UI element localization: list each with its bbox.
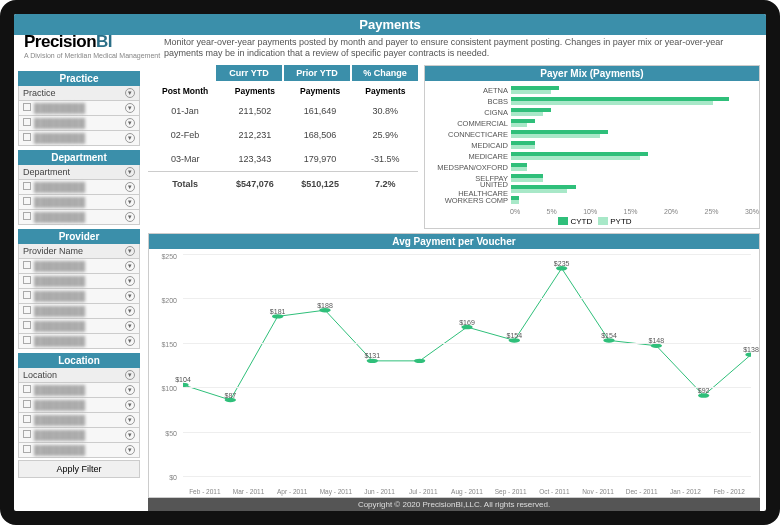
col-group: Curr YTD [216, 65, 282, 81]
filter-item[interactable]: ████████▾ [18, 443, 140, 458]
payer-row: MEDICARE [429, 151, 753, 162]
checkbox-icon[interactable] [23, 197, 31, 205]
chevron-down-icon: ▾ [125, 430, 135, 440]
checkbox-icon[interactable] [23, 182, 31, 190]
chevron-down-icon: ▾ [125, 385, 135, 395]
data-label: $87 [224, 391, 236, 398]
chevron-down-icon: ▾ [125, 306, 135, 316]
checkbox-icon[interactable] [23, 212, 31, 220]
payer-row: COMMERCIAL [429, 118, 753, 129]
data-label: $169 [459, 318, 475, 325]
chevron-down-icon: ▾ [125, 415, 135, 425]
column-header: Post Month [148, 83, 222, 99]
payer-row: CIGNA [429, 107, 753, 118]
filter-section-provider: Provider [18, 229, 140, 244]
filter-item[interactable]: ████████▾ [18, 101, 140, 116]
filter-expand-location[interactable]: Location▾ [18, 368, 140, 383]
col-group: Prior YTD [284, 65, 350, 81]
payer-row: UNITED HEALTHCARE [429, 184, 753, 195]
chevron-down-icon: ▾ [125, 321, 135, 331]
filter-item[interactable]: ████████▾ [18, 116, 140, 131]
payer-row: BCBS [429, 96, 753, 107]
avg-payment-chart: Avg Payment per Voucher $0$50$100$150$20… [148, 233, 760, 498]
data-label: $235 [554, 260, 570, 267]
filter-item[interactable]: ████████▾ [18, 210, 140, 225]
payer-row: AETNA [429, 85, 753, 96]
table-row: 02-Feb212,231168,50625.9% [148, 123, 418, 147]
data-label: $138 [743, 346, 759, 353]
data-label: $154 [601, 332, 617, 339]
filter-sidebar: PracticePractice▾████████▾████████▾█████… [14, 63, 144, 511]
filter-item[interactable]: ████████▾ [18, 131, 140, 146]
chevron-down-icon: ▾ [125, 197, 135, 207]
checkbox-icon[interactable] [23, 276, 31, 284]
checkbox-icon[interactable] [23, 291, 31, 299]
chevron-down-icon: ▾ [125, 103, 135, 113]
filter-item[interactable]: ████████▾ [18, 334, 140, 349]
filter-item[interactable]: ████████▾ [18, 383, 140, 398]
filter-item[interactable]: ████████▾ [18, 319, 140, 334]
checkbox-icon[interactable] [23, 415, 31, 423]
checkbox-icon[interactable] [23, 336, 31, 344]
filter-section-practice: Practice [18, 71, 140, 86]
chevron-down-icon: ▾ [125, 400, 135, 410]
checkbox-icon[interactable] [23, 430, 31, 438]
column-header: Payments [288, 83, 353, 99]
checkbox-icon[interactable] [23, 103, 31, 111]
payer-row: CONNECTICARE [429, 129, 753, 140]
chevron-down-icon: ▾ [125, 261, 135, 271]
filter-item[interactable]: ████████▾ [18, 259, 140, 274]
chevron-down-icon: ▾ [125, 291, 135, 301]
payer-mix-chart: Payer Mix (Payments) AETNABCBSCIGNACOMME… [424, 65, 760, 229]
apply-filter-button[interactable]: Apply Filter [18, 460, 140, 478]
table-row: 01-Jan211,502161,64930.8% [148, 99, 418, 123]
footer: Copyright © 2020 PrecisionBI,LLC. All ri… [148, 498, 760, 511]
filter-expand-provider[interactable]: Provider Name▾ [18, 244, 140, 259]
chevron-down-icon: ▾ [125, 118, 135, 128]
filter-item[interactable]: ████████▾ [18, 289, 140, 304]
checkbox-icon[interactable] [23, 385, 31, 393]
chevron-down-icon: ▾ [125, 370, 135, 380]
checkbox-icon[interactable] [23, 445, 31, 453]
chevron-down-icon: ▾ [125, 246, 135, 256]
filter-item[interactable]: ████████▾ [18, 180, 140, 195]
data-label: $181 [270, 308, 286, 315]
checkbox-icon[interactable] [23, 321, 31, 329]
checkbox-icon[interactable] [23, 306, 31, 314]
data-label: $92 [698, 387, 710, 394]
col-group [148, 65, 214, 81]
chevron-down-icon: ▾ [125, 212, 135, 222]
column-header: Payments [222, 83, 287, 99]
filter-item[interactable]: ████████▾ [18, 428, 140, 443]
checkbox-icon[interactable] [23, 400, 31, 408]
chevron-down-icon: ▾ [125, 133, 135, 143]
checkbox-icon[interactable] [23, 261, 31, 269]
checkbox-icon[interactable] [23, 118, 31, 126]
col-group: % Change [352, 65, 418, 81]
chevron-down-icon: ▾ [125, 276, 135, 286]
filter-section-department: Department [18, 150, 140, 165]
chevron-down-icon: ▾ [125, 167, 135, 177]
column-header: Payments [353, 83, 418, 99]
payer-row: MEDSPAN/OXFORD [429, 162, 753, 173]
filter-item[interactable]: ████████▾ [18, 274, 140, 289]
chevron-down-icon: ▾ [125, 445, 135, 455]
data-label: $131 [365, 352, 381, 359]
chevron-down-icon: ▾ [125, 182, 135, 192]
filter-item[interactable]: ████████▾ [18, 398, 140, 413]
logo: PrecisionBI A Division of Meridian Medic… [24, 32, 160, 59]
data-label: $188 [317, 301, 333, 308]
filter-expand-practice[interactable]: Practice▾ [18, 86, 140, 101]
chevron-down-icon: ▾ [125, 88, 135, 98]
svg-point-5 [414, 358, 425, 362]
filter-expand-department[interactable]: Department▾ [18, 165, 140, 180]
filter-item[interactable]: ████████▾ [18, 304, 140, 319]
filter-item[interactable]: ████████▾ [18, 413, 140, 428]
filter-item[interactable]: ████████▾ [18, 195, 140, 210]
data-label: $104 [175, 376, 191, 383]
table-row: 03-Mar123,343179,970-31.5% [148, 147, 418, 172]
checkbox-icon[interactable] [23, 133, 31, 141]
data-label: $148 [649, 337, 665, 344]
payments-table: Curr YTDPrior YTD% Change Post MonthPaym… [148, 65, 418, 229]
payer-row: WORKERS COMP [429, 195, 753, 206]
